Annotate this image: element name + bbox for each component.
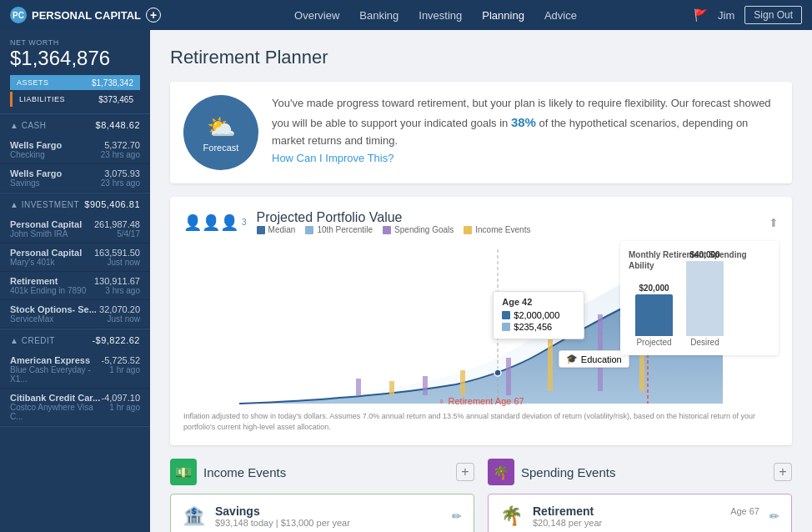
sidebar-item-wells-fargo-checking[interactable]: Wells Fargo Checking 5,372.70 23 hrs ago bbox=[0, 136, 150, 164]
liabilities-label: LIABILITIES bbox=[19, 95, 65, 103]
tooltip-dot-1 bbox=[502, 311, 510, 319]
events-row: 💵 Income Events + 🏦 Savings $93,148 toda… bbox=[170, 459, 792, 532]
net-worth-section: NET WORTH $1,364,876 ASSETS $1,738,342 L… bbox=[0, 30, 150, 114]
sidebar-section-credit: ▲ CREDIT -$9,822.62 American Express Blu… bbox=[0, 329, 150, 427]
bar-desired-bar bbox=[686, 261, 724, 336]
forecast-highlight: 38% bbox=[511, 115, 536, 129]
forecast-icon: ⛅ bbox=[207, 113, 236, 141]
monthly-bar-chart: $20,000 Projected $40,000 Desired bbox=[629, 276, 770, 347]
assets-value: $1,738,342 bbox=[92, 78, 133, 88]
nav-advice[interactable]: Advice bbox=[544, 9, 577, 22]
nav-planning[interactable]: Planning bbox=[482, 9, 524, 22]
nav-banking[interactable]: Banking bbox=[359, 9, 398, 22]
savings-icon: 🏦 bbox=[183, 505, 205, 527]
spending-events-icon: 🌴 bbox=[488, 459, 514, 485]
add-account-button[interactable]: + bbox=[146, 8, 161, 23]
svg-rect-4 bbox=[423, 376, 428, 395]
spending-events-column: 🌴 Spending Events + 🌴 Retirement Age 67 … bbox=[488, 459, 792, 532]
sidebar-item-retirement-401k[interactable]: Retirement 401k Ending in 7890 130,911.6… bbox=[0, 272, 150, 300]
signout-button[interactable]: Sign Out bbox=[744, 6, 802, 24]
chart-section: 👤👤👤 3 Projected Portfolio Value Median bbox=[170, 197, 792, 445]
monthly-chart: Monthly Retirement Spending Ability $20,… bbox=[620, 241, 779, 355]
bar-projected: $20,000 Projected bbox=[635, 284, 673, 347]
tooltip-row-2: $235,456 bbox=[502, 322, 575, 332]
income-events-column: 💵 Income Events + 🏦 Savings $93,148 toda… bbox=[170, 459, 474, 532]
retirement-edit-icon[interactable]: ✏ bbox=[769, 509, 779, 523]
savings-edit-icon[interactable]: ✏ bbox=[452, 509, 462, 523]
net-worth-value: $1,364,876 bbox=[10, 47, 140, 70]
bar-desired-label: Desired bbox=[690, 338, 719, 347]
education-label: Education bbox=[581, 354, 622, 364]
retirement-icon: ♀ bbox=[438, 396, 444, 406]
income-event-card-savings[interactable]: 🏦 Savings $93,148 today | $13,000 per ye… bbox=[170, 494, 474, 532]
forecast-description: You've made progress toward retirement, … bbox=[272, 95, 779, 167]
bar-desired-value: $40,000 bbox=[689, 250, 719, 259]
retirement-icon: 🌴 bbox=[500, 505, 523, 527]
legend-income-dot bbox=[464, 226, 472, 234]
chart-wrapper: Age 42 $2,000,000 $235,456 🎓 Ed bbox=[183, 241, 779, 432]
savings-title: Savings bbox=[215, 504, 442, 518]
investment-section-header[interactable]: ▲ INVESTMENT $905,406.81 bbox=[0, 193, 150, 215]
sidebar-section-cash: ▲ CASH $8,448.62 Wells Fargo Checking 5,… bbox=[0, 114, 150, 193]
income-events-title-group: 💵 Income Events bbox=[170, 459, 286, 485]
forecast-circle: ⛅ Forecast bbox=[183, 95, 258, 170]
spending-events-title-group: 🌴 Spending Events bbox=[488, 459, 615, 485]
legend-median-dot bbox=[257, 226, 265, 234]
spending-events-title: Spending Events bbox=[521, 465, 615, 479]
add-income-event-button[interactable]: + bbox=[456, 463, 474, 481]
sidebar-item-stock-options[interactable]: Stock Options- Se... ServiceMax 32,070.2… bbox=[0, 300, 150, 329]
education-icon: 🎓 bbox=[566, 354, 578, 364]
sidebar-item-personal-capital-ira[interactable]: Personal Capital John Smith IRA 261,987.… bbox=[0, 215, 150, 243]
nav-overview[interactable]: Overview bbox=[294, 9, 339, 22]
retirement-age: Age 67 bbox=[730, 506, 759, 516]
assets-label: ASSETS bbox=[17, 78, 49, 87]
chart-export-icon[interactable]: ⬆ bbox=[769, 216, 779, 229]
assets-bar: ASSETS $1,738,342 bbox=[10, 75, 140, 90]
legend-10th-dot bbox=[305, 226, 313, 234]
education-event-tag: 🎓 Education bbox=[559, 350, 629, 368]
page-title: Retirement Planner bbox=[170, 47, 792, 68]
nav-investing[interactable]: Investing bbox=[419, 9, 462, 22]
savings-sub: $93,148 today | $13,000 per year bbox=[215, 518, 442, 528]
svg-rect-5 bbox=[460, 370, 465, 395]
sidebar-item-amex[interactable]: American Express Blue Cash Everyday - X1… bbox=[0, 351, 150, 389]
retirement-age-label: ♀ Retirement Age 67 bbox=[438, 396, 524, 406]
spending-event-card-retirement[interactable]: 🌴 Retirement Age 67 $20,148 per year ✏ bbox=[488, 494, 792, 532]
income-events-title: Income Events bbox=[203, 465, 286, 479]
improve-link[interactable]: How Can I Improve This? bbox=[272, 152, 393, 164]
legend-spending: Spending Goals bbox=[383, 225, 454, 234]
svg-rect-6 bbox=[506, 358, 511, 395]
spending-events-header: 🌴 Spending Events + bbox=[488, 459, 792, 485]
main-layout: NET WORTH $1,364,876 ASSETS $1,738,342 L… bbox=[0, 30, 812, 532]
bar-desired: $40,000 Desired bbox=[686, 250, 724, 347]
income-events-icon: 💵 bbox=[170, 459, 197, 485]
forecast-card: ⛅ Forecast You've made progress toward r… bbox=[170, 82, 792, 183]
cash-section-header[interactable]: ▲ CASH $8,448.62 bbox=[0, 114, 150, 136]
chart-header: 👤👤👤 3 Projected Portfolio Value Median bbox=[183, 210, 779, 234]
bar-projected-bar bbox=[635, 294, 673, 336]
user-menu[interactable]: Jim bbox=[718, 9, 734, 22]
sidebar-item-personal-capital-401k[interactable]: Personal Capital Mary's 401k 163,591.50 … bbox=[0, 243, 150, 272]
sidebar: NET WORTH $1,364,876 ASSETS $1,738,342 L… bbox=[0, 30, 150, 532]
legend-spending-dot bbox=[383, 226, 391, 234]
liabilities-bar: LIABILITIES $373,465 bbox=[10, 92, 140, 107]
brand-name: PERSONAL CAPITAL bbox=[32, 9, 141, 22]
nav-links: Overview Banking Investing Planning Advi… bbox=[178, 9, 694, 22]
chart-note: Inflation adjusted to show in today's do… bbox=[183, 411, 779, 432]
top-navigation: PC PERSONAL CAPITAL + Overview Banking I… bbox=[0, 0, 812, 30]
net-worth-label: NET WORTH bbox=[10, 38, 140, 47]
legend-10th: 10th Percentile bbox=[305, 225, 373, 234]
sidebar-item-wells-fargo-savings[interactable]: Wells Fargo Savings 3,075.93 23 hrs ago bbox=[0, 164, 150, 193]
savings-card-body: Savings $93,148 today | $13,000 per year bbox=[215, 504, 442, 528]
income-events-header: 💵 Income Events + bbox=[170, 459, 474, 485]
brand-logo[interactable]: PC PERSONAL CAPITAL + bbox=[10, 7, 161, 23]
main-content: Retirement Planner ⛅ Forecast You've mad… bbox=[150, 30, 812, 532]
credit-section-header[interactable]: ▲ CREDIT -$9,822.62 bbox=[0, 329, 150, 351]
forecast-label: Forecast bbox=[203, 143, 239, 153]
chart-tooltip: Age 42 $2,000,000 $235,456 bbox=[493, 291, 584, 339]
add-spending-event-button[interactable]: + bbox=[774, 463, 792, 481]
legend-income: Income Events bbox=[464, 225, 530, 234]
sidebar-item-citibank[interactable]: Citibank Credit Car... Costco Anywhere V… bbox=[0, 389, 150, 426]
legend-median: Median bbox=[257, 225, 296, 234]
retirement-sub: $20,148 per year bbox=[533, 518, 759, 528]
